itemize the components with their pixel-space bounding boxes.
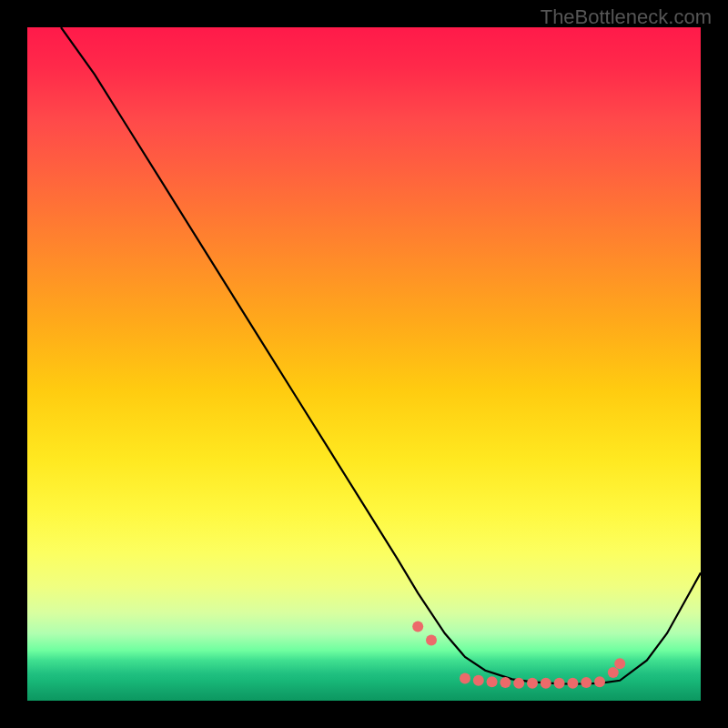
marker-dot bbox=[426, 634, 437, 645]
marker-dot bbox=[460, 673, 470, 684]
marker-dot bbox=[608, 667, 619, 678]
marker-dot bbox=[554, 678, 565, 689]
marker-dot bbox=[614, 658, 625, 669]
plot-area bbox=[27, 27, 701, 701]
marker-dot bbox=[473, 675, 484, 686]
marker-dot bbox=[541, 678, 551, 689]
marker-dot bbox=[567, 678, 578, 689]
marker-dot bbox=[581, 677, 592, 688]
marker-dot bbox=[500, 677, 511, 688]
watermark-text: TheBottleneck.com bbox=[541, 5, 712, 29]
chart-svg bbox=[27, 27, 701, 701]
marker-dot bbox=[527, 678, 538, 689]
marker-dot bbox=[513, 678, 524, 689]
marker-dot bbox=[412, 622, 423, 632]
bottleneck-curve bbox=[61, 27, 701, 684]
marker-dot bbox=[594, 676, 605, 687]
marker-dot bbox=[487, 676, 498, 687]
